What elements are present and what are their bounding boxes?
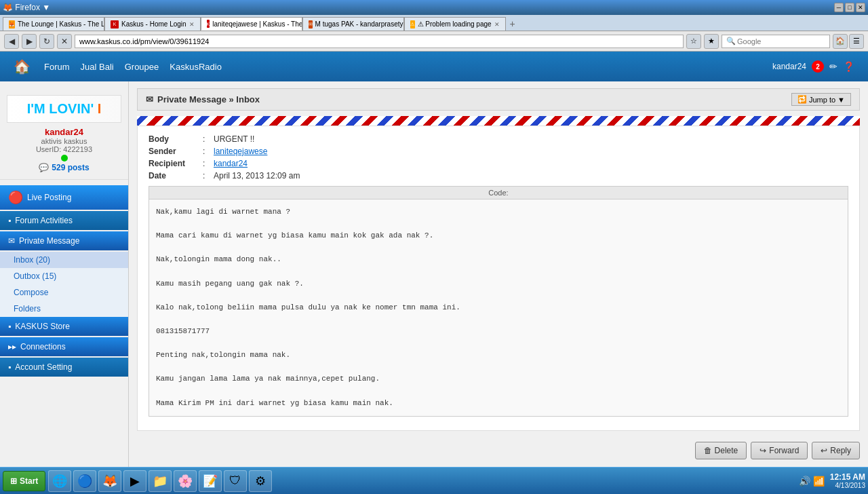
sidebar-item-connections[interactable]: ▸▸ Connections [0,337,128,356]
new-tab-button[interactable]: + [506,17,519,31]
bookmark-star[interactable]: ☆ [686,34,701,49]
taskbar-app-5[interactable]: 🌸 [174,470,197,492]
taskbar-app-chrome[interactable]: 🔵 [73,470,96,492]
window-controls: ─ □ ✕ [834,3,865,12]
start-button[interactable]: ⊞ Start [3,471,45,491]
time-display: 12:15 AM [830,472,865,482]
sidebar-item-forumactivities[interactable]: ▪ Forum Activities [0,211,128,230]
address-input[interactable] [75,35,684,48]
systray: 🔊 📶 [799,476,825,487]
nav-jualbali[interactable]: Jual Bali [81,62,114,72]
comment-icon: 💬 [39,163,49,172]
date-label: Date [149,171,203,180]
maximize-button[interactable]: □ [845,3,854,12]
help-icon[interactable]: ❓ [843,61,854,72]
tab-3[interactable]: ✉ M tugas PAK - kandarprasetyag... ✕ [302,17,404,31]
body-colon: : [203,134,214,144]
recipient-colon: : [203,159,214,168]
menu-icon[interactable]: ☰ [849,34,864,49]
nav-forum[interactable]: Forum [44,62,70,72]
tab-close-1[interactable]: ✕ [189,21,195,28]
tab-0[interactable]: 🦊 The Lounge | Kaskus - The Larg... ✕ [3,17,104,31]
address-bar: ◀ ▶ ↻ ✕ ☆ ★ 🔍 🏠 ☰ [0,31,868,52]
search-input[interactable] [737,37,825,45]
toolbar-icons: 🏠 ☰ [833,34,864,49]
sidebar: I'M LOVIN' I kandar24 aktivis kaskus Use… [0,81,129,494]
sidebar-item-accountsetting[interactable]: ▪ Account Setting [0,358,128,377]
tab-favicon-1: K [111,20,119,28]
taskbar-app-6[interactable]: 📝 [199,470,222,492]
tab-favicon-3: ✉ [309,20,313,28]
page-title: Private Message » Inbox [157,94,260,104]
profile-status: aktivis kaskus [7,137,121,145]
taskbar-app-firefox[interactable]: 🦊 [98,470,121,492]
tab-label-4: ⚠ Problem loading page [418,20,492,28]
message-field-body: Body : URGENT !! [149,134,848,144]
nav-kaskusradio[interactable]: KaskusRadio [170,62,222,72]
bookmark-star2[interactable]: ★ [704,34,719,49]
profile-username[interactable]: kandar24 [7,127,121,137]
liveposting-icon: 🔴 [8,190,23,205]
recipient-link[interactable]: kandar24 [214,159,248,168]
search-icon: 🔍 [726,37,736,45]
header-username: kandar24 [772,62,806,71]
sidebar-item-kaskusstore[interactable]: ▪ KASKUS Store [0,317,128,336]
connections-icon: ▸▸ [8,342,16,352]
taskbar-app-media[interactable]: ▶ [123,470,146,492]
forward-button[interactable]: ↪ Forward [751,442,808,459]
home-icon[interactable]: 🏠 [833,34,848,49]
search-box: 🔍 [722,35,830,48]
taskbar-clock: 12:15 AM 4/13/2013 [830,472,865,489]
back-button[interactable]: ◀ [4,34,19,49]
banner-text1: I'M LOVIN' [27,101,98,116]
delete-label: Delete [715,446,738,455]
tab-4[interactable]: ⚠ ⚠ Problem loading page ✕ [404,17,506,31]
reload-button[interactable]: ↻ [39,34,54,49]
code-box-content: Nak,kamu lagi di warnet mana ? Mama cari… [149,200,848,416]
close-button[interactable]: ✕ [856,3,865,12]
forumactivities-icon: ▪ [8,216,11,225]
sidebar-label-privatemessage: Private Message [19,236,79,246]
date-value: April 13, 2013 12:09 am [214,171,300,180]
sidebar-item-inbox[interactable]: Inbox (20) [0,252,128,268]
sidebar-item-compose[interactable]: Compose [0,284,128,301]
reply-button[interactable]: ↩ Reply [812,442,860,459]
message-details: Body : URGENT !! Sender : laniteqejawese… [137,126,860,431]
main-layout: I'M LOVIN' I kandar24 aktivis kaskus Use… [0,81,868,494]
sidebar-item-liveposting[interactable]: 🔴 Live Posting [0,185,128,210]
privatemessage-icon: ✉ [8,236,15,246]
profile-section: I'M LOVIN' I kandar24 aktivis kaskus Use… [0,88,128,180]
kaskusstore-icon: ▪ [8,322,11,331]
profile-posts: 💬 529 posts [7,163,121,172]
taskbar-app-8[interactable]: ⚙ [249,470,272,492]
reply-label: Reply [830,446,851,455]
sidebar-label-accountsetting: Account Setting [15,362,72,372]
forward-button[interactable]: ▶ [22,34,37,49]
sidebar-item-folders[interactable]: Folders [0,301,128,317]
sender-colon: : [203,147,214,156]
minimize-button[interactable]: ─ [834,3,844,12]
posts-count[interactable]: 529 posts [52,163,89,172]
sidebar-item-privatemessage[interactable]: ✉ Private Message [0,231,128,250]
jump-to-button[interactable]: 🔁 Jump to ▼ [791,93,851,106]
sidebar-item-outbox[interactable]: Outbox (15) [0,268,128,284]
tab-label-2: laniteqejawese | Kaskus - The La... [212,20,302,28]
taskbar-app-7[interactable]: 🛡 [224,470,247,492]
taskbar-app-ie[interactable]: 🌐 [48,470,71,492]
tab-2[interactable]: K laniteqejawese | Kaskus - The La... ✕ [201,17,302,31]
code-box: Code: Nak,kamu lagi di warnet mana ? Mam… [149,186,848,417]
message-field-date: Date : April 13, 2013 12:09 am [149,171,848,180]
taskbar-right: 🔊 📶 12:15 AM 4/13/2013 [799,472,865,489]
nav-groupee[interactable]: Groupee [125,62,159,72]
edit-icon[interactable]: ✏ [829,61,837,72]
site-logo[interactable]: 🏠 [14,58,31,75]
taskbar-app-explorer[interactable]: 📁 [149,470,172,492]
online-indicator [61,155,68,162]
date-colon: : [203,171,214,180]
delete-button[interactable]: 🗑 Delete [695,442,747,459]
tab-close-4[interactable]: ✕ [494,21,500,28]
stop-button[interactable]: ✕ [57,34,72,49]
notification-badge[interactable]: 2 [812,60,824,73]
sender-link[interactable]: laniteqejawese [214,147,267,156]
tab-1[interactable]: K Kaskus - Home Login ✕ [104,17,201,31]
